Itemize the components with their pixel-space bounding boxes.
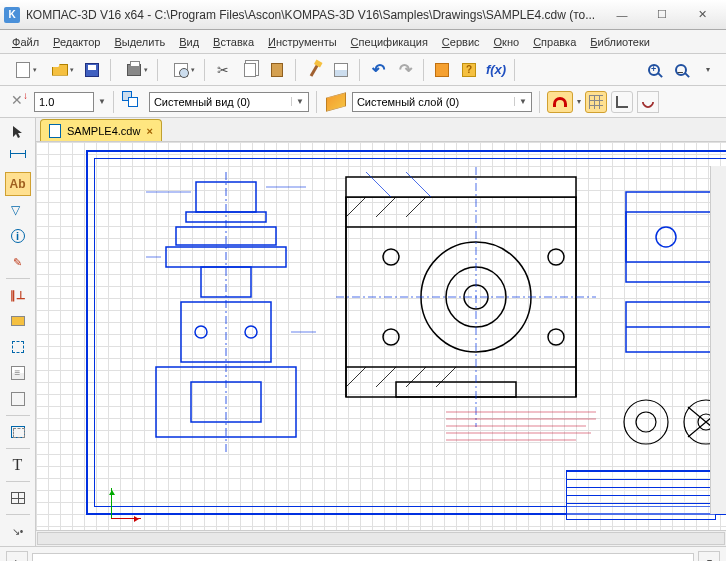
library-manager-button[interactable] bbox=[430, 58, 454, 82]
zoom-menu-button[interactable]: ▾ bbox=[696, 58, 720, 82]
app-icon: K bbox=[4, 7, 20, 23]
current-layer-combo[interactable]: Системный слой (0) ▼ bbox=[352, 92, 532, 112]
variables-button[interactable]: f(x) bbox=[484, 58, 508, 82]
spec-tool[interactable] bbox=[5, 361, 31, 385]
zoom-in-button[interactable] bbox=[642, 58, 666, 82]
drawing-file-icon bbox=[49, 124, 61, 138]
svg-point-35 bbox=[636, 412, 656, 432]
svg-point-20 bbox=[383, 249, 399, 265]
insert-views-tool[interactable] bbox=[5, 420, 31, 444]
maximize-button[interactable]: ☐ bbox=[642, 1, 682, 29]
edit-tool[interactable]: ✎ bbox=[5, 250, 31, 274]
measure-tool[interactable] bbox=[5, 309, 31, 333]
menu-libs[interactable]: Библиотеки bbox=[584, 33, 656, 51]
selection-tool[interactable] bbox=[5, 335, 31, 359]
end-tool[interactable]: ↘• bbox=[5, 519, 31, 543]
roughness-tool[interactable] bbox=[5, 198, 31, 222]
dimensions-tool[interactable] bbox=[5, 146, 31, 170]
view-toolbar: ▼ Системный вид (0) ▼ Системный слой (0)… bbox=[0, 86, 726, 118]
menu-help[interactable]: Справка bbox=[527, 33, 582, 51]
menu-service[interactable]: Сервис bbox=[436, 33, 486, 51]
x-axis-icon bbox=[111, 518, 141, 519]
menu-select[interactable]: Выделить bbox=[108, 33, 171, 51]
snap-toggle-button[interactable] bbox=[547, 91, 573, 113]
tab-close-icon[interactable]: × bbox=[146, 125, 152, 137]
menu-file[interactable]: Файл bbox=[6, 33, 45, 51]
drawing-part-left bbox=[146, 172, 316, 454]
views-manager-button[interactable] bbox=[121, 90, 145, 114]
grid-toggle-button[interactable] bbox=[585, 91, 607, 113]
properties-button[interactable] bbox=[329, 58, 353, 82]
table-tool[interactable] bbox=[5, 486, 31, 510]
property-panel: ▸ ▾ bbox=[0, 546, 726, 561]
document-tabbar: SAMPLE4.cdw × bbox=[36, 118, 726, 142]
snap-button[interactable] bbox=[6, 90, 30, 114]
minimize-button[interactable]: — bbox=[602, 1, 642, 29]
info-tool[interactable]: i bbox=[5, 224, 31, 248]
panel-button-2[interactable]: ▾ bbox=[698, 551, 720, 562]
save-button[interactable] bbox=[80, 58, 104, 82]
copy-button[interactable] bbox=[238, 58, 262, 82]
current-layer-label: Системный слой (0) bbox=[357, 96, 459, 108]
svg-rect-16 bbox=[346, 177, 576, 197]
close-button[interactable]: ✕ bbox=[682, 1, 722, 29]
menubar: Файл Редактор Выделить Вид Вставка Инстр… bbox=[0, 30, 726, 54]
geometry-tool[interactable] bbox=[5, 120, 31, 144]
svg-point-8 bbox=[195, 326, 207, 338]
redo-button[interactable]: ↷ bbox=[393, 58, 417, 82]
vertical-scrollbar[interactable] bbox=[710, 166, 726, 514]
new-button[interactable] bbox=[6, 58, 40, 82]
rounding-button[interactable] bbox=[637, 91, 659, 113]
window-title: КОМПАС-3D V16 x64 - C:\Program Files\Asc… bbox=[26, 8, 602, 22]
paste-button[interactable] bbox=[265, 58, 289, 82]
svg-point-23 bbox=[548, 329, 564, 345]
undo-button[interactable]: ↶ bbox=[366, 58, 390, 82]
menu-window[interactable]: Окно bbox=[488, 33, 526, 51]
preview-button[interactable] bbox=[164, 58, 198, 82]
ortho-toggle-button[interactable] bbox=[611, 91, 633, 113]
document-tab-label: SAMPLE4.cdw bbox=[67, 125, 140, 137]
scale-combo[interactable] bbox=[34, 92, 94, 112]
work-area: SAMPLE4.cdw × bbox=[36, 118, 726, 546]
drawing-part-right bbox=[336, 167, 596, 429]
menu-spec[interactable]: Спецификация bbox=[345, 33, 434, 51]
horizontal-scrollbar[interactable] bbox=[36, 530, 726, 546]
svg-point-9 bbox=[245, 326, 257, 338]
text-tool[interactable]: T bbox=[5, 453, 31, 477]
zoom-out-button[interactable] bbox=[669, 58, 693, 82]
panel-button-1[interactable]: ▸ bbox=[6, 551, 28, 562]
parametric-tool[interactable]: ∥⊥ bbox=[5, 283, 31, 307]
main-area: Ab i ✎ ∥⊥ T ↘• SAMPLE4.cdw × bbox=[0, 118, 726, 546]
current-view-combo[interactable]: Системный вид (0) ▼ bbox=[149, 92, 309, 112]
document-tab[interactable]: SAMPLE4.cdw × bbox=[40, 119, 162, 141]
svg-rect-24 bbox=[396, 382, 516, 397]
cut-button[interactable]: ✂ bbox=[211, 58, 235, 82]
designations-tool[interactable]: Ab bbox=[5, 172, 31, 196]
svg-point-34 bbox=[624, 400, 668, 444]
menu-view[interactable]: Вид bbox=[173, 33, 205, 51]
menu-insert[interactable]: Вставка bbox=[207, 33, 260, 51]
menu-editor[interactable]: Редактор bbox=[47, 33, 106, 51]
y-axis-icon bbox=[111, 488, 112, 518]
open-button[interactable] bbox=[43, 58, 77, 82]
drawing-annotations bbox=[446, 407, 606, 449]
layers-manager-button[interactable] bbox=[324, 90, 348, 114]
drawing-titleblock bbox=[566, 470, 716, 520]
svg-rect-30 bbox=[626, 212, 716, 262]
svg-point-22 bbox=[548, 249, 564, 265]
library-help-button[interactable] bbox=[457, 58, 481, 82]
left-toolbar: Ab i ✎ ∥⊥ T ↘• bbox=[0, 118, 36, 546]
panel-track[interactable] bbox=[32, 553, 694, 562]
reports-tool[interactable] bbox=[5, 387, 31, 411]
svg-point-21 bbox=[383, 329, 399, 345]
main-toolbar: ✂ ↶ ↷ f(x) ▾ bbox=[0, 54, 726, 86]
drawing-canvas[interactable] bbox=[36, 142, 726, 530]
current-view-label: Системный вид (0) bbox=[154, 96, 250, 108]
titlebar: K КОМПАС-3D V16 x64 - C:\Program Files\A… bbox=[0, 0, 726, 30]
svg-rect-29 bbox=[626, 192, 716, 282]
format-painter-button[interactable] bbox=[302, 58, 326, 82]
menu-tools[interactable]: Инструменты bbox=[262, 33, 343, 51]
svg-point-31 bbox=[656, 227, 676, 247]
print-button[interactable] bbox=[117, 58, 151, 82]
